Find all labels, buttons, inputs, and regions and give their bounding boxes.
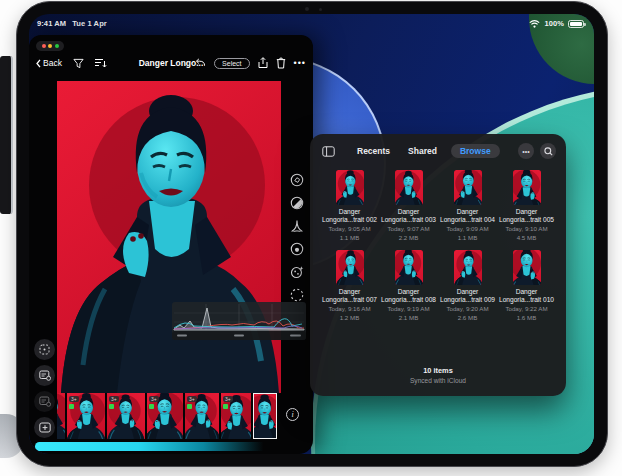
ipad-device-frame: 9:41 AM Tue 1 Apr 100%	[16, 1, 608, 467]
file-thumbnail	[395, 170, 423, 205]
files-tabs: Recents Shared Browse	[353, 144, 500, 158]
file-size: 1.1 MB	[458, 234, 478, 242]
file-date: Today, 9:07 AM	[387, 225, 429, 233]
file-date: Today, 9:16 AM	[328, 305, 370, 313]
filmstrip-thumb[interactable]: 3+	[185, 393, 219, 439]
info-button[interactable]: i	[286, 408, 299, 421]
editor-window: Back Danger Longo...	[29, 35, 313, 454]
edited-indicator	[187, 404, 192, 409]
add-icon	[39, 422, 51, 433]
rating-badge: 3+	[69, 396, 79, 402]
tab-shared[interactable]: Shared	[404, 144, 441, 158]
photo-canvas[interactable]	[57, 81, 281, 393]
file-size: 4.5 MB	[517, 234, 537, 242]
search-icon	[544, 147, 553, 156]
background-accessory	[0, 56, 13, 214]
portrait-photo	[57, 81, 281, 393]
file-thumbnail	[513, 170, 541, 205]
file-item[interactable]: DangerLongoria...trait 003 Today, 9:07 A…	[379, 170, 438, 241]
share-icon[interactable]	[258, 57, 268, 69]
rating-badge: 3+	[187, 396, 197, 402]
back-button[interactable]: Back	[36, 58, 62, 68]
battery-icon	[568, 20, 584, 28]
heal-button[interactable]	[34, 339, 55, 360]
filmstrip-thumb[interactable]: 3+	[67, 393, 105, 439]
status-date: Tue 1 Apr	[72, 19, 107, 28]
files-footer: 10 items Synced with iCloud	[310, 366, 566, 384]
file-item[interactable]: DangerLongoria...trait 007 Today, 9:16 A…	[320, 250, 379, 321]
file-size: 1.1 MB	[340, 234, 360, 242]
search-button[interactable]	[540, 143, 556, 159]
battery-percent: 100%	[544, 19, 564, 28]
tab-recents[interactable]: Recents	[353, 144, 394, 158]
file-date: Today, 9:20 AM	[446, 305, 488, 313]
filmstrip: 3+ 3+ 3+ 3+	[57, 393, 277, 439]
file-item[interactable]: DangerLongoria...trait 010 Today, 9:22 A…	[497, 250, 556, 321]
file-size: 1.6 MB	[517, 314, 537, 322]
zoom-window-dot[interactable]	[55, 44, 59, 48]
rating-badge: 3+	[223, 396, 233, 402]
file-date: Today, 9:09 AM	[446, 225, 488, 233]
file-date: Today, 9:19 AM	[387, 305, 429, 313]
document-title: Danger Longo...	[139, 58, 204, 68]
camera-sensor	[319, 8, 322, 11]
tab-browse[interactable]: Browse	[451, 144, 500, 158]
back-label: Back	[43, 58, 62, 68]
histogram-panel	[172, 302, 306, 340]
close-window-dot[interactable]	[42, 44, 46, 48]
file-item[interactable]: DangerLongoria...trait 004 Today, 9:09 A…	[438, 170, 497, 241]
export-settings-icon	[39, 370, 51, 381]
rating-badge: 3+	[109, 396, 119, 402]
more-options-button[interactable]: •••	[518, 143, 534, 159]
files-header: Recents Shared Browse •••	[310, 134, 566, 163]
more-button[interactable]: •••	[294, 58, 306, 68]
filter-icon[interactable]	[73, 58, 84, 69]
file-thumbnail	[454, 170, 482, 205]
file-item[interactable]: DangerLongoria...trait 002 Today, 9:05 A…	[320, 170, 379, 241]
status-time: 9:41 AM	[37, 19, 66, 28]
export-settings-button[interactable]	[34, 365, 55, 386]
files-grid: DangerLongoria...trait 002 Today, 9:05 A…	[310, 163, 566, 321]
select-button[interactable]: Select	[214, 58, 249, 69]
file-size: 2.1 MB	[399, 314, 419, 322]
filmstrip-thumb[interactable]	[57, 393, 65, 439]
editor-toolbar: Back Danger Longo...	[29, 53, 313, 73]
file-date: Today, 9:05 AM	[328, 225, 370, 233]
file-size: 1.2 MB	[340, 314, 360, 322]
file-thumbnail	[336, 250, 364, 285]
minimize-window-dot[interactable]	[48, 44, 52, 48]
adjust-icon[interactable]	[290, 196, 304, 210]
blur-icon[interactable]	[290, 288, 304, 302]
file-thumbnail	[395, 250, 423, 285]
filmstrip-thumb[interactable]: 3+	[147, 393, 183, 439]
file-thumbnail	[336, 170, 364, 205]
filmstrip-thumb[interactable]: 3+	[107, 393, 145, 439]
utility-rail	[34, 339, 55, 438]
file-item[interactable]: DangerLongoria...trait 008 Today, 9:19 A…	[379, 250, 438, 321]
file-date: Today, 9:10 AM	[505, 225, 547, 233]
file-thumbnail	[454, 250, 482, 285]
file-item[interactable]: DangerLongoria...trait 005 Today, 9:10 A…	[497, 170, 556, 241]
file-date: Today, 9:22 AM	[505, 305, 547, 313]
heal-icon	[39, 344, 50, 355]
vignette-icon[interactable]	[290, 242, 304, 256]
accent-gradient-strip	[35, 442, 307, 451]
curves-icon[interactable]	[290, 219, 304, 233]
export-icon	[39, 396, 51, 407]
file-item[interactable]: DangerLongoria...trait 009 Today, 9:20 A…	[438, 250, 497, 321]
effects-icon[interactable]	[290, 265, 304, 279]
presets-icon[interactable]	[290, 173, 304, 187]
ipad-screen: 9:41 AM Tue 1 Apr 100%	[29, 14, 594, 454]
add-photo-button[interactable]	[34, 417, 55, 438]
edited-indicator	[223, 404, 228, 409]
trash-icon[interactable]	[276, 57, 286, 69]
front-camera	[305, 7, 309, 11]
sidebar-icon[interactable]	[322, 146, 335, 157]
filmstrip-thumb[interactable]: 3+	[221, 393, 251, 439]
window-controls[interactable]	[36, 41, 64, 51]
export-button[interactable]	[34, 391, 55, 412]
file-size: 2.2 MB	[399, 234, 419, 242]
sort-icon[interactable]	[95, 58, 107, 68]
filmstrip-thumb-selected[interactable]	[253, 393, 277, 439]
edit-tool-rail	[284, 173, 310, 302]
